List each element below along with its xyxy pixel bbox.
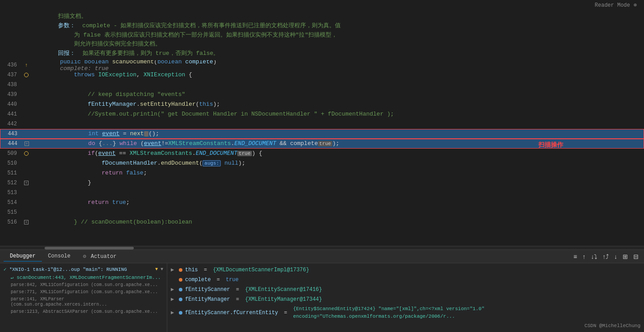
stack-item-4[interactable]: parse:1213, AbstractSAXParser (com.sun.o…	[0, 308, 167, 315]
gutter-512: +	[22, 181, 30, 185]
var-row-fcurrententity: ▶ fEntityScanner.fCurrentEntity = {Entit…	[171, 304, 640, 321]
var-row-fentitymanager: ▶ fEntityManager = {XMLEntityManager@173…	[171, 295, 640, 304]
line-number-437: 437	[0, 72, 22, 78]
thread-name: *XNIO-1 task-1"@12...oup "main": RUNNING	[9, 267, 127, 272]
code-line-437: 437 throws IOException, XNIException {	[0, 70, 644, 80]
fold-516[interactable]: +	[24, 220, 29, 224]
reader-mode-label[interactable]: Reader Mode	[595, 2, 630, 8]
toolbar-evaluate-btn[interactable]: ⊞	[621, 252, 630, 261]
stack-item-1[interactable]: parse:842, XML11Configuration (com.sun.o…	[0, 281, 167, 288]
line-number-439: 439	[0, 91, 22, 98]
code-editor: Reader Mode ⊗ 扫描文档。 参数： complete - 如果扫描仪…	[0, 0, 644, 249]
fold-444[interactable]: +	[25, 141, 29, 146]
toolbar-run-to-cursor-btn[interactable]: ↓	[612, 252, 619, 261]
expand-complete	[171, 276, 176, 284]
filter-icon[interactable]: ▼	[155, 267, 158, 272]
dot-fcurrententity	[179, 311, 182, 315]
line-number-436: 436	[0, 62, 22, 68]
code-line-441: 441 //System.out.println(" get Document …	[0, 109, 644, 119]
comment-line-1: 扫描文档。	[58, 12, 644, 21]
var-name-fentitymanager: fEntityManager	[185, 295, 230, 303]
code-lines-container: 436 ↑ public boolean scanDocument(boolea…	[0, 60, 644, 246]
arrow-icon-436: ↑	[25, 62, 28, 68]
line-number-440: 440	[0, 101, 22, 108]
gutter-444: +	[23, 141, 31, 146]
code-line-512: 512 + }	[0, 178, 644, 188]
toolbar-step-out-btn[interactable]: ↑⤴	[601, 252, 611, 261]
var-name-fentityscanner: fEntityScanner	[185, 286, 230, 294]
var-val-fcurrententity: {Entity$ScannedEntity@17424} "name="[xml…	[293, 305, 640, 320]
line-number-442: 442	[0, 121, 22, 127]
line-number-510: 510	[0, 160, 22, 166]
console-tab-label: Console	[48, 253, 70, 259]
toolbar-settings-btn[interactable]: ⊟	[632, 252, 640, 261]
fold-512[interactable]: +	[24, 181, 29, 185]
code-line-516: 516 + } // scanDocument(boolean):boolean	[0, 217, 644, 227]
stack-item-3[interactable]: parse:141, XMLParser (com.sun.org.apache…	[0, 295, 167, 308]
var-val-fentitymanager: {XMLEntityManager@17344}	[245, 295, 322, 303]
dot-this	[179, 268, 182, 272]
toolbar-menu-btn[interactable]: ≡	[572, 252, 579, 261]
tab-console[interactable]: Console	[42, 251, 77, 261]
actuator-icon: ⚙	[83, 253, 86, 260]
gutter-437	[22, 73, 30, 77]
toolbar-step-into-btn[interactable]: ↓⤵	[589, 252, 599, 261]
line-number-513: 513	[0, 190, 22, 196]
debugger-tab-label: Debugger	[10, 253, 36, 259]
stack-item-2[interactable]: parse:771, XML11Configuration (com.sun.o…	[0, 288, 167, 295]
var-row-this: ▶ this = {XMLDocumentScannerImpl@17376}	[171, 265, 640, 275]
var-row-complete: complete = true	[171, 275, 640, 285]
horizontal-scrollbar[interactable]	[0, 246, 644, 249]
panel-toolbar: ≡ ↑ ↓⤵ ↑⤴ ↓ ⊞ ⊟	[572, 252, 640, 261]
expand-fentitymanager[interactable]: ▶	[171, 295, 176, 303]
line-number-509: 509	[0, 150, 22, 157]
tab-debugger[interactable]: Debugger	[4, 251, 42, 261]
more-icon[interactable]: ▼	[161, 267, 163, 272]
comment-block: 扫描文档。 参数： complete - 如果扫描仪应该完全扫描文档，将所有事件…	[0, 10, 644, 60]
stack-item-current[interactable]: ↵ scanDocument:443, XMLDocumentFragmentS…	[0, 274, 167, 281]
var-val-this: {XMLDocumentScannerImpl@17376}	[213, 266, 309, 274]
comment-line-3: 为 false 表示扫描仪应该只扫描文档的下一部分并返回。如果扫描仪实例不支持这…	[58, 31, 644, 40]
panel-tabs: Debugger Console ⚙ Actuator ≡ ↑ ↓⤵ ↑⤴ ↓ …	[0, 250, 644, 263]
line-number-511: 511	[0, 170, 22, 176]
gutter-436: ↑	[22, 62, 30, 68]
dot-509	[24, 151, 29, 156]
code-line-514: 514 return true;	[0, 198, 644, 208]
comment-return: 回报： 如果还有更多要扫描，则为 true，否则为 false。	[58, 49, 644, 58]
debugger-panel: Debugger Console ⚙ Actuator ≡ ↑ ↓⤵ ↑⤴ ↓ …	[0, 249, 644, 332]
check-icon: ✓	[4, 266, 7, 272]
top-bar: Reader Mode ⊗	[0, 0, 644, 10]
var-name-complete: complete	[185, 276, 211, 284]
panel-content: ✓ *XNIO-1 task-1"@12...oup "main": RUNNI…	[0, 263, 644, 332]
dot-fentityscanner	[179, 288, 182, 291]
comment-line-4: 则允许扫描仪实例完全扫描文档。	[58, 40, 644, 49]
variables-panel: ▶ this = {XMLDocumentScannerImpl@17376} …	[167, 263, 644, 332]
var-val-fentityscanner: {XMLEntityScanner@17416}	[245, 286, 322, 294]
line-number-514: 514	[0, 199, 22, 206]
var-row-fentityscanner: ▶ fEntityScanner = {XMLEntityScanner@174…	[171, 285, 640, 295]
thread-panel: ✓ *XNIO-1 task-1"@12...oup "main": RUNNI…	[0, 263, 167, 332]
gutter-509	[22, 151, 30, 156]
gutter-516: +	[22, 220, 30, 224]
reader-mode-icon[interactable]: ⊗	[634, 2, 637, 8]
expand-this[interactable]: ▶	[171, 266, 176, 274]
line-number-512: 512	[0, 180, 22, 186]
line-number-515: 515	[0, 209, 22, 216]
var-name-this: this	[185, 266, 198, 274]
thread-item-main[interactable]: ✓ *XNIO-1 task-1"@12...oup "main": RUNNI…	[0, 265, 167, 274]
tab-actuator[interactable]: ⚙ Actuator	[77, 251, 123, 262]
scrollbar-thumb[interactable]	[45, 247, 134, 249]
toolbar-step-over-btn[interactable]: ↑	[581, 252, 587, 261]
line-number-516: 516	[0, 219, 22, 225]
line-number-444: 444	[0, 141, 23, 147]
comment-params: 参数： complete - 如果扫描仪应该完全扫描文档，将所有事件推送到已注册…	[58, 21, 644, 31]
var-val-complete: true	[226, 276, 239, 284]
dot-437	[24, 73, 29, 77]
dot-complete	[179, 278, 182, 282]
expand-fentityscanner[interactable]: ▶	[171, 286, 176, 294]
dot-fentitymanager	[179, 298, 182, 301]
line-number-443: 443	[0, 131, 23, 137]
actuator-tab-label: Actuator	[91, 253, 116, 260]
expand-fcurrententity[interactable]: ▶	[171, 309, 176, 317]
line-number-438: 438	[0, 82, 22, 88]
